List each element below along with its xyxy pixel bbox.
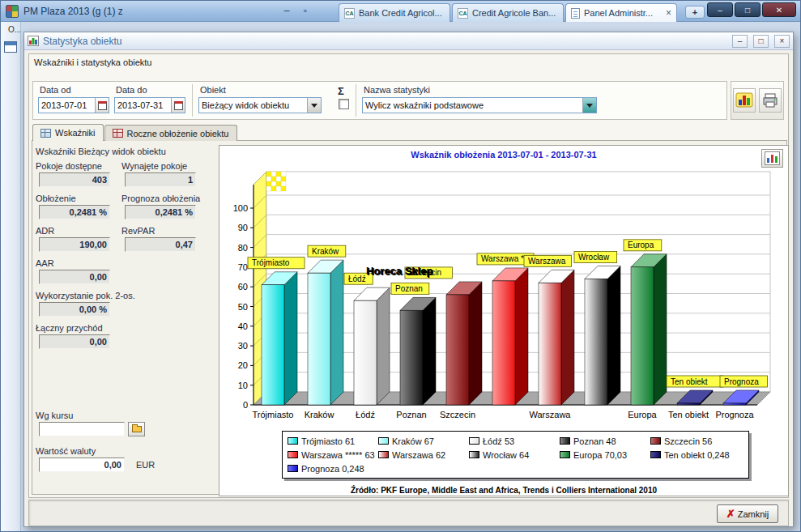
svg-text:Ten obiekt: Ten obiekt bbox=[671, 377, 708, 386]
bar-6 bbox=[539, 283, 561, 405]
mdi-minimize-button[interactable]: – bbox=[279, 4, 295, 18]
legend-swatch-icon bbox=[378, 451, 389, 458]
bar-1 bbox=[308, 273, 330, 405]
chart-panel: Wskaźnik obłożenia 2013-07-01 - 2013-07-… bbox=[219, 145, 789, 496]
dialog-title: Statystyka obiektu bbox=[43, 36, 726, 47]
window-controls: – □ ✕ bbox=[707, 2, 796, 17]
wartosc-waluty-label: Wartość waluty bbox=[36, 446, 219, 456]
tab-wskazniki[interactable]: Wskaźniki bbox=[32, 124, 104, 141]
svg-text:0: 0 bbox=[243, 400, 248, 410]
minimize-button[interactable]: – bbox=[707, 2, 733, 17]
new-tab-button[interactable]: + bbox=[685, 6, 705, 19]
view-tabs: WskaźnikiRoczne obłożenie obiektu bbox=[32, 124, 237, 141]
bar-7 bbox=[585, 279, 607, 405]
print-button[interactable] bbox=[759, 88, 782, 113]
stat-value-field[interactable]: 1 bbox=[125, 172, 196, 187]
groupbox-title: Wskaźniki i statystyka obiektu bbox=[34, 57, 152, 67]
action-icon-panel bbox=[731, 81, 784, 120]
tab-label: Wskaźniki bbox=[55, 128, 96, 138]
svg-text:10: 10 bbox=[238, 381, 248, 390]
svg-text:Prognoza: Prognoza bbox=[715, 410, 754, 419]
stat-label: Pokoje dostępne bbox=[36, 161, 121, 171]
close-window-button[interactable]: ✕ bbox=[762, 2, 796, 17]
tab-close-icon[interactable]: × bbox=[666, 9, 671, 17]
obiekt-label: Obiekt bbox=[200, 85, 226, 95]
legend-label: Wrocław 64 bbox=[483, 450, 529, 460]
tab-roczne-oblozenie[interactable]: Roczne obłożenie obiektu bbox=[104, 125, 237, 141]
sigma-checkbox[interactable] bbox=[339, 99, 349, 109]
red-x-icon: ✗ bbox=[726, 509, 735, 518]
maximize-button[interactable]: □ bbox=[735, 2, 761, 17]
browser-tab[interactable]: CACredit Agricole Ban... bbox=[452, 3, 564, 22]
chevron-down-icon[interactable] bbox=[307, 98, 321, 113]
dialog-close-button[interactable]: × bbox=[774, 35, 790, 48]
dialog-maximize-button[interactable]: □ bbox=[753, 35, 769, 48]
folder-browse-button[interactable] bbox=[128, 422, 145, 436]
svg-text:Trójmiasto: Trójmiasto bbox=[253, 410, 294, 419]
stats-row: Wykorzystanie pok. 2-os.0,00 % bbox=[36, 291, 219, 317]
stat-value-field[interactable]: 403 bbox=[39, 172, 110, 187]
bar-3 bbox=[400, 310, 423, 405]
legend-swatch-icon bbox=[560, 451, 570, 458]
stat-value-field[interactable]: 0,2481 % bbox=[39, 205, 110, 219]
svg-text:Warszawa: Warszawa bbox=[528, 257, 566, 266]
svg-text:Kraków: Kraków bbox=[312, 247, 339, 256]
stat-value-field[interactable]: 0,2481 % bbox=[125, 205, 196, 219]
zamknij-button[interactable]: ✗ Zamknij bbox=[717, 504, 778, 523]
legend-swatch-icon bbox=[288, 451, 298, 458]
window-panel-icon[interactable] bbox=[4, 41, 17, 53]
stat-value-field[interactable]: 0,00 bbox=[39, 334, 110, 349]
stat-value-field[interactable]: 0,00 bbox=[39, 270, 110, 284]
mdi-restore-button[interactable]: ▫ bbox=[297, 4, 313, 18]
legend-swatch-icon bbox=[469, 437, 479, 445]
svg-text:Ten obiekt: Ten obiekt bbox=[668, 410, 709, 419]
stat-cell: Wynajęte pokoje1 bbox=[121, 161, 207, 187]
stat-cell: Obłożenie0,2481 % bbox=[36, 194, 121, 219]
window-title: PM Plaza 2013 (g (1) z bbox=[23, 6, 123, 17]
stat-value-field[interactable]: 190,00 bbox=[39, 237, 110, 252]
calendar-icon[interactable] bbox=[171, 98, 185, 113]
chart-stats-button[interactable] bbox=[733, 88, 756, 113]
stat-cell: AAR0,00 bbox=[36, 258, 121, 284]
calendar-icon[interactable] bbox=[95, 98, 109, 113]
nazwa-statystyki-value: Wylicz wskaźniki podstawowe bbox=[363, 100, 582, 110]
obiekt-select[interactable]: Bieżący widok obiektu bbox=[198, 97, 322, 113]
browser-tab[interactable]: CABank Credit Agricol... bbox=[339, 3, 450, 22]
sigma-label: Σ bbox=[338, 85, 344, 97]
wg-kursu-input[interactable] bbox=[39, 422, 125, 436]
legend-item: Warszawa 62 bbox=[378, 450, 469, 460]
svg-text:Kraków: Kraków bbox=[305, 410, 334, 419]
chevron-down-icon[interactable] bbox=[582, 98, 596, 113]
stats-row: Łączny przychód0,00 bbox=[36, 323, 219, 349]
stat-label: RevPAR bbox=[121, 226, 207, 236]
chart-watermark: Horeca Sklep bbox=[366, 265, 432, 277]
stats-row: Pokoje dostępne403Wynajęte pokoje1 bbox=[36, 161, 219, 187]
svg-text:60: 60 bbox=[238, 282, 248, 292]
mini-chart-icon bbox=[765, 151, 780, 165]
svg-text:Warszawa *: Warszawa * bbox=[481, 254, 524, 263]
nazwa-statystyki-select[interactable]: Wylicz wskaźniki podstawowe bbox=[362, 97, 597, 113]
tab-label: Bank Credit Agricol... bbox=[359, 8, 445, 18]
data-od-field[interactable]: 2013-07-01 bbox=[38, 97, 109, 113]
svg-text:Łódź: Łódź bbox=[348, 275, 366, 283]
bar-9 bbox=[677, 403, 700, 405]
data-do-field[interactable]: 2013-07-31 bbox=[114, 97, 185, 113]
stat-value-field[interactable]: 0,00 % bbox=[39, 302, 110, 317]
stat-label: Łączny przychód bbox=[36, 323, 121, 333]
legend-item: Ten obiekt 0,248 bbox=[650, 450, 741, 460]
legend-label: Ten obiekt 0,248 bbox=[664, 450, 730, 460]
svg-text:Wrocław: Wrocław bbox=[578, 253, 610, 262]
bar-4 bbox=[446, 295, 469, 405]
browser-tab[interactable]: Panel Administr...× bbox=[565, 3, 677, 22]
svg-text:80: 80 bbox=[238, 243, 248, 253]
bar-10 bbox=[723, 403, 746, 405]
legend-item: Prognoza 0,248 bbox=[288, 464, 378, 474]
tab-label: Credit Agricole Ban... bbox=[472, 8, 558, 18]
legend-label: Europa 70,03 bbox=[573, 450, 627, 460]
wartosc-waluty-input[interactable]: 0,00 bbox=[39, 458, 125, 472]
dialog-minimize-button[interactable]: – bbox=[732, 35, 748, 48]
data-od-value: 2013-07-01 bbox=[39, 100, 95, 110]
legend-item: Poznan 48 bbox=[560, 436, 650, 446]
stat-value-field[interactable]: 0,47 bbox=[125, 237, 196, 252]
currency-label: EUR bbox=[136, 460, 155, 470]
